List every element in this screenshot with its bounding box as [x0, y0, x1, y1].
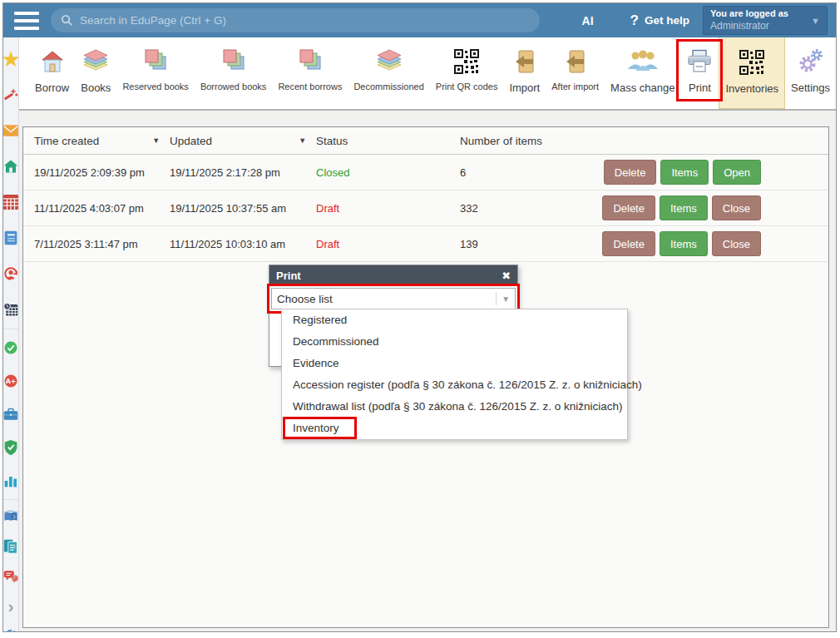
- toolbar-reserved-books[interactable]: Reserved books: [116, 37, 195, 109]
- envelope-icon: [3, 123, 18, 138]
- logged-as-dropdown[interactable]: You are logged as Administrator ▼: [703, 6, 828, 35]
- items-button[interactable]: Items: [660, 231, 708, 256]
- sidebar-item-substitutions[interactable]: [3, 255, 18, 291]
- delete-button[interactable]: Delete: [602, 195, 655, 220]
- ai-button[interactable]: AI: [582, 14, 594, 27]
- get-help-button[interactable]: ? Get help: [630, 12, 689, 29]
- toolbar-import[interactable]: Import: [503, 37, 546, 109]
- chevron-right-icon: ›: [12, 511, 16, 522]
- option-inventory[interactable]: Inventory: [282, 418, 627, 439]
- choose-list-placeholder: Choose list: [277, 293, 496, 305]
- column-time-created[interactable]: Time created: [34, 135, 99, 147]
- sidebar-item-more[interactable]: [3, 621, 18, 632]
- option-accession-register[interactable]: Accession register (podľa § 30 zákona č.…: [282, 374, 627, 396]
- table-header-row: Time created▼ Updated▼ Status Number of …: [23, 127, 828, 155]
- sidebar-item-attendance[interactable]: [3, 331, 18, 364]
- sidebar-item-messages[interactable]: [3, 112, 18, 148]
- reserved-books-icon: [141, 48, 170, 75]
- toolbar-inventories[interactable]: Inventories: [719, 37, 785, 109]
- striped-circle-icon: [3, 626, 18, 632]
- inventories-qr-icon: [739, 50, 764, 75]
- toolbar-print[interactable]: Print: [680, 37, 719, 109]
- decommissioned-stack-icon: [374, 48, 404, 75]
- mass-change-people-icon: [626, 49, 660, 74]
- sidebar-item-admin[interactable]: [3, 431, 18, 464]
- sort-desc-icon[interactable]: ▼: [152, 136, 160, 145]
- sidebar-item-classbook[interactable]: [3, 220, 18, 255]
- house-icon: [3, 157, 18, 176]
- check-badge-icon: [3, 338, 18, 358]
- toolbar-after-import[interactable]: After import: [546, 37, 605, 109]
- items-button[interactable]: Items: [660, 160, 709, 185]
- sidebar-item-timetable[interactable]: [3, 184, 18, 220]
- sidebar-item-planning[interactable]: [3, 291, 18, 327]
- chevron-right-icon: ›: [12, 571, 16, 582]
- logged-as-label: You are logged as: [710, 8, 811, 20]
- person-sync-icon: [3, 264, 18, 284]
- toolbar-books[interactable]: Books: [75, 37, 116, 109]
- library-toolbar: Borrow Books Reserved books Borrowed boo…: [19, 37, 836, 111]
- hamburger-menu-icon[interactable]: [14, 12, 39, 30]
- toolbar-recent-borrows[interactable]: Recent borrows: [272, 37, 348, 109]
- sidebar-item-agenda[interactable]: [3, 398, 18, 431]
- column-status[interactable]: Status: [316, 135, 460, 147]
- toolbar-print-qr-codes[interactable]: Print QR codes: [430, 37, 504, 109]
- column-updated[interactable]: Updated: [170, 135, 212, 147]
- top-header: Search in EduPage (Ctrl + G) AI ? Get he…: [3, 3, 836, 37]
- delete-button[interactable]: Delete: [602, 231, 655, 256]
- sidebar-item-reports[interactable]: [3, 464, 18, 497]
- copy-document-icon: [3, 537, 18, 556]
- items-button[interactable]: Items: [660, 195, 708, 220]
- search-placeholder: Search in EduPage (Ctrl + G): [80, 14, 226, 27]
- modal-title: Print: [276, 270, 502, 282]
- table-row: 19/11/2025 2:09:39 pm 19/11/2025 2:17:28…: [23, 155, 828, 190]
- toolbar-settings[interactable]: Settings: [785, 37, 836, 109]
- toolbar-borrow[interactable]: Borrow: [29, 37, 75, 109]
- table-row: 7/11/2025 3:11:47 pm 11/11/2025 10:03:10…: [23, 226, 828, 262]
- cell-time-created: 7/11/2025 3:11:47 pm: [23, 238, 170, 250]
- magic-wand-icon: [3, 85, 18, 105]
- cell-updated: 19/11/2025 10:37:55 am: [170, 202, 316, 215]
- search-input[interactable]: Search in EduPage (Ctrl + G): [51, 8, 540, 32]
- column-number-of-items[interactable]: Number of items: [460, 135, 828, 147]
- toolbar-borrowed-books[interactable]: Borrowed books: [195, 37, 273, 109]
- print-modal-header[interactable]: Print ✖: [269, 265, 517, 286]
- sidebar-item-home[interactable]: [3, 148, 18, 184]
- option-registered[interactable]: Registered: [282, 309, 627, 331]
- close-button[interactable]: Close: [712, 195, 761, 220]
- left-sidebar: ★: [3, 37, 19, 632]
- open-book-icon: [3, 508, 18, 525]
- chat-bubbles-icon: [3, 568, 18, 585]
- choose-list-select[interactable]: Choose list ▼: [271, 288, 516, 309]
- chevron-right-icon: ›: [12, 541, 16, 552]
- close-icon[interactable]: ✖: [502, 270, 511, 282]
- star-icon: ★: [3, 48, 19, 70]
- cell-status: Draft: [316, 238, 460, 250]
- books-stack-icon: [81, 48, 111, 75]
- cell-status: Closed: [316, 166, 460, 179]
- sidebar-item-communication[interactable]: ›: [3, 561, 18, 591]
- cell-number-of-items: 332: [460, 202, 602, 215]
- toolbar-mass-change[interactable]: Mass change: [605, 37, 680, 109]
- sidebar-item-wizard[interactable]: [3, 77, 18, 112]
- logged-as-user: Administrator: [710, 20, 811, 32]
- content-area: Time created▼ Updated▼ Status Number of …: [19, 111, 836, 632]
- qr-code-icon: [454, 49, 479, 74]
- sidebar-item-library[interactable]: ›: [3, 502, 18, 532]
- close-button[interactable]: Close: [712, 231, 761, 256]
- cell-updated: 19/11/2025 2:17:28 pm: [170, 166, 316, 179]
- bar-chart-icon: [3, 472, 18, 489]
- cell-time-created: 11/11/2025 4:03:07 pm: [23, 202, 170, 215]
- sidebar-item-grades[interactable]: A+: [3, 364, 18, 398]
- open-button[interactable]: Open: [713, 160, 761, 185]
- option-evidence[interactable]: Evidence: [282, 353, 627, 374]
- sort-desc-icon[interactable]: ▼: [299, 136, 306, 145]
- import-icon: [513, 49, 536, 74]
- delete-button[interactable]: Delete: [604, 160, 657, 185]
- option-withdrawal-list[interactable]: Withdrawal list (podľa § 30 zákona č. 12…: [282, 396, 627, 418]
- toolbar-decommissioned[interactable]: Decommissioned: [348, 37, 429, 109]
- option-decommissioned[interactable]: Decommissioned: [282, 331, 627, 353]
- sidebar-item-favorites[interactable]: ★: [3, 41, 18, 77]
- sidebar-expand[interactable]: ›: [3, 591, 18, 621]
- sidebar-item-documents[interactable]: ›: [3, 532, 18, 561]
